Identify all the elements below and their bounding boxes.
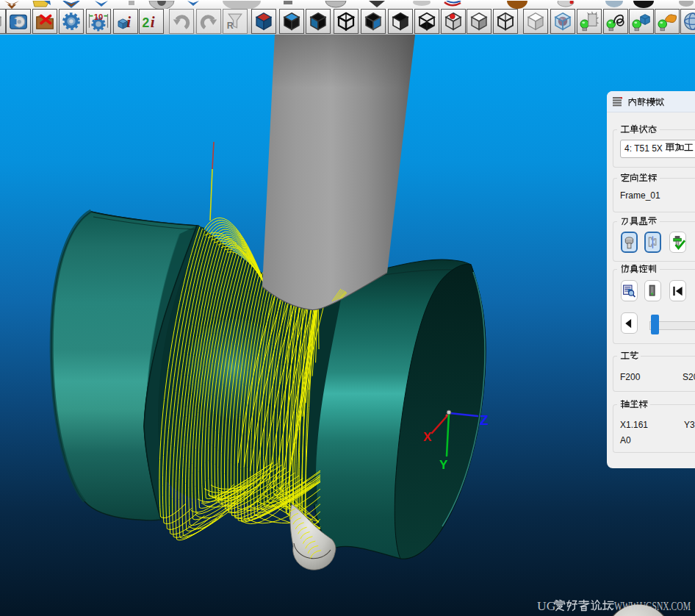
svg-text:Y: Y — [439, 458, 448, 472]
svg-text:R: R — [227, 21, 234, 31]
svg-text:i: i — [151, 13, 155, 31]
svg-text:10: 10 — [94, 12, 104, 21]
svg-text:UG: UG — [537, 598, 556, 613]
svg-text:X: X — [423, 430, 432, 444]
svg-text:WWW.UGSNX.COM: WWW.UGSNX.COM — [614, 598, 691, 613]
svg-text:i: i — [126, 13, 131, 31]
svg-text:Z: Z — [480, 412, 489, 428]
svg-text:2: 2 — [143, 15, 150, 30]
